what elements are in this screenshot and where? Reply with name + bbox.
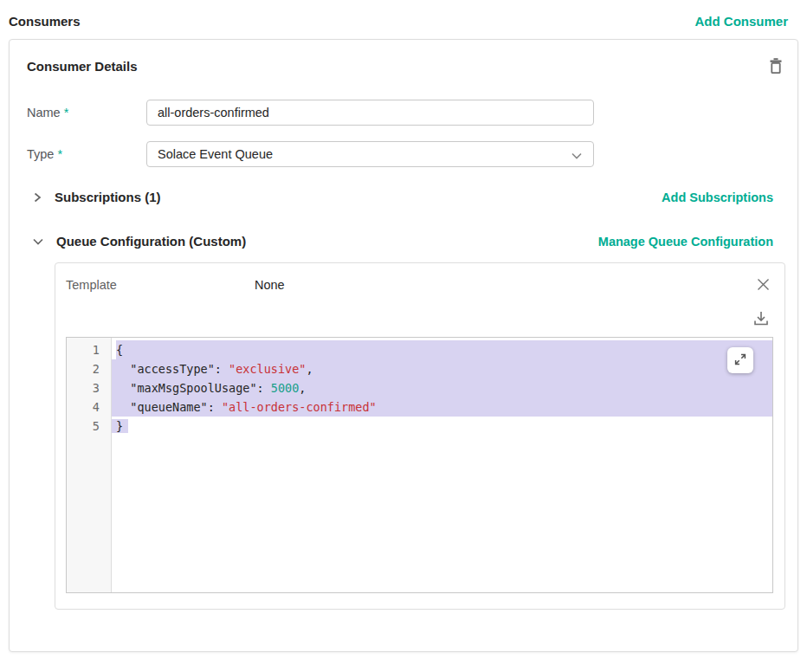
required-marker: *	[57, 147, 62, 161]
add-consumer-button[interactable]: Add Consumer	[694, 14, 788, 29]
code-token-punct: ,	[299, 381, 306, 395]
type-label-text: Type	[27, 147, 54, 161]
code-token-punct: {	[116, 343, 123, 357]
trash-icon	[768, 65, 784, 78]
close-icon	[756, 281, 771, 294]
type-label: Type *	[27, 147, 146, 161]
template-value: None	[255, 278, 285, 292]
code-token-plain	[116, 400, 130, 414]
code-token-punct: :	[215, 362, 229, 376]
download-config-button[interactable]	[750, 307, 772, 330]
code-token-string: "exclusive"	[229, 362, 306, 376]
manage-queue-configuration-button[interactable]: Manage Queue Configuration	[598, 235, 773, 249]
code-token-key: "maxMsgSpoolUsage"	[130, 381, 256, 395]
line-number: 4	[67, 397, 111, 417]
name-label-text: Name	[27, 106, 61, 120]
line-number: 1	[67, 340, 111, 359]
code-token-punct: ,	[306, 362, 313, 376]
code-line[interactable]: "queueName": "all-orders-confirmed"	[112, 397, 772, 417]
code-token-key: "accessType"	[130, 362, 215, 376]
download-row	[66, 307, 772, 330]
queue-configuration-section-title: Queue Configuration (Custom)	[56, 234, 246, 249]
type-select-value: Solace Event Queue	[158, 147, 273, 161]
consumer-details-card: Consumer Details Name * Type * Solace Ev…	[9, 39, 798, 652]
download-icon	[752, 318, 771, 331]
code-line[interactable]: "accessType": "exclusive",	[112, 359, 772, 378]
subscriptions-section-header[interactable]: Subscriptions (1) Add Subscriptions	[27, 190, 780, 204]
name-field-row: Name *	[27, 100, 780, 126]
subscriptions-section-title: Subscriptions (1)	[55, 190, 161, 204]
code-token-punct: }	[112, 419, 128, 433]
card-title: Consumer Details	[27, 59, 138, 74]
expand-icon	[733, 352, 747, 369]
chevron-down-icon	[571, 150, 583, 164]
line-number: 2	[67, 359, 111, 378]
code-token-number: 5000	[271, 381, 300, 395]
code-token-punct: :	[257, 381, 271, 395]
close-panel-button[interactable]	[754, 275, 772, 294]
line-number: 3	[67, 378, 111, 397]
type-field-row: Type * Solace Event Queue	[27, 141, 780, 167]
chevron-right-icon[interactable]	[32, 191, 42, 204]
page-title: Consumers	[9, 14, 81, 29]
code-token-plain	[116, 362, 130, 376]
page-header: Consumers Add Consumer	[0, 0, 807, 39]
chevron-down-icon[interactable]	[32, 236, 44, 247]
editor-line-numbers: 12345	[67, 338, 112, 592]
add-subscriptions-button[interactable]: Add Subscriptions	[662, 191, 773, 204]
code-token-punct: :	[208, 400, 222, 414]
template-label: Template	[66, 278, 255, 292]
code-line[interactable]: "maxMsgSpoolUsage": 5000,	[112, 378, 772, 397]
type-select[interactable]: Solace Event Queue	[146, 141, 594, 167]
card-header: Consumer Details	[27, 55, 780, 77]
code-token-string: "all-orders-confirmed"	[222, 400, 377, 414]
code-token-key: "queueName"	[130, 400, 207, 414]
template-row: Template None	[66, 275, 772, 294]
name-input[interactable]	[146, 100, 594, 126]
code-token-plain	[116, 381, 130, 395]
code-line[interactable]: {	[116, 340, 772, 359]
code-line[interactable]: }	[112, 417, 772, 436]
line-number: 5	[67, 417, 111, 436]
json-code-editor[interactable]: 12345 { "accessType": "exclusive", "maxM…	[66, 337, 773, 593]
editor-code-area[interactable]: { "accessType": "exclusive", "maxMsgSpoo…	[112, 338, 772, 592]
expand-editor-button[interactable]	[727, 347, 753, 373]
queue-configuration-section-header[interactable]: Queue Configuration (Custom) Manage Queu…	[27, 234, 780, 249]
delete-consumer-button[interactable]	[766, 55, 785, 77]
required-marker: *	[64, 106, 69, 120]
queue-configuration-panel: Template None 12345	[55, 262, 785, 610]
name-label: Name *	[27, 106, 146, 120]
